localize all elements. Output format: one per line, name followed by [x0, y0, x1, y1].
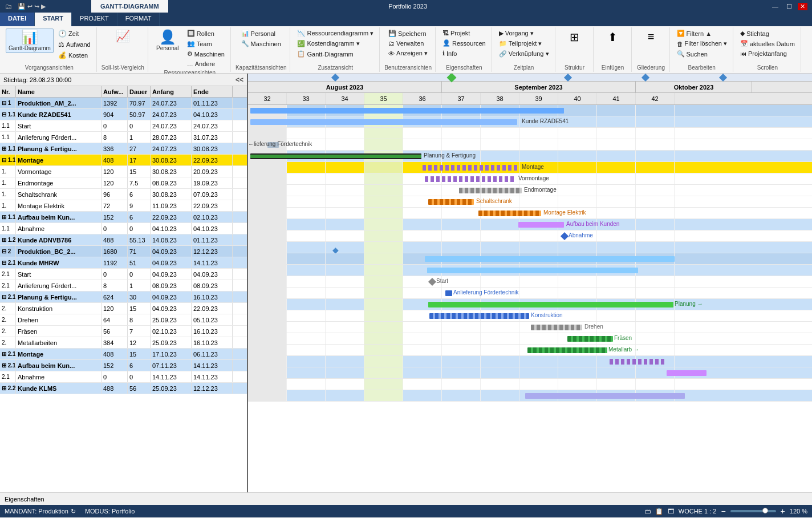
vorgang-btn[interactable]: ▶ Vorgang ▾ — [497, 29, 551, 38]
cell-nr: 2.1 — [0, 371, 16, 382]
kosten-btn[interactable]: 💰 Kosten — [56, 50, 93, 60]
tab-start[interactable]: START — [35, 13, 72, 26]
cell-name: Fräsen — [16, 326, 102, 337]
nav-prev[interactable]: << — [236, 76, 243, 84]
andere-icon: … — [187, 60, 193, 67]
cell-anfang: 04.09.23 — [151, 303, 192, 314]
kostendiagramm-btn[interactable]: 💹 Kostendiagramm ▾ — [295, 39, 376, 48]
timeline-diamonds — [248, 74, 812, 82]
chart-row-22: Metallarb → — [248, 345, 812, 356]
struktur-btn[interactable]: ⊞ — [560, 29, 590, 46]
cell-name: Aufbau beim Kun... — [16, 212, 102, 222]
label-planung: Planung & Fertigung — [424, 152, 476, 159]
cell-dauer: 8 — [128, 314, 151, 325]
stichtag-btn[interactable]: ◆ Stichtag — [738, 29, 797, 38]
verknuepfung-icon: 🔗 — [499, 50, 507, 58]
kosten-icon: 💰 — [58, 51, 67, 59]
maschinen-btn[interactable]: ⚙ Maschinen — [185, 49, 227, 59]
cell-aufwand: 1192 — [102, 257, 128, 268]
cell-dauer: 15 — [128, 166, 151, 177]
cell-name: Planung & Fertigu... — [16, 143, 102, 154]
cell-dauer: 15 — [128, 349, 151, 359]
group-label-eigenschaften: Eigenschaften — [446, 63, 482, 71]
tab-datei[interactable]: DATEI — [0, 13, 35, 26]
zoom-slider[interactable] — [730, 510, 776, 512]
projekt-btn[interactable]: 🏗 Projekt — [440, 29, 488, 38]
chart-row-21: Fräsen — [248, 333, 812, 345]
gantt-zusatz-btn[interactable]: 📋 Gantt-Diagramm — [295, 49, 376, 59]
einfuegen-btn[interactable]: ⬆ — [598, 29, 628, 46]
chart-header: August 2023 September 2023 Oktober 2023 … — [248, 82, 812, 105]
quick-access[interactable]: 💾 ↩ ↪ ▶ — [18, 3, 46, 10]
chart-row-8: Endmontage — [248, 185, 812, 196]
diamond-4 — [642, 74, 649, 82]
cell-ende: 16.10.23 — [192, 292, 233, 302]
mandant-label: MANDANT: Produktion ↻ — [5, 508, 76, 515]
zeit-icon: 🕐 — [58, 30, 67, 38]
window-controls[interactable]: — ☐ ✕ — [770, 3, 807, 10]
cell-aufwand: 384 — [102, 337, 128, 348]
gantt-diagramm-btn[interactable]: 📊 Gantt-Diagramm — [6, 29, 54, 53]
zoom-minus[interactable]: − — [721, 507, 725, 516]
cell-name: Planung & Fertigu... — [16, 292, 102, 302]
zoom-thumb — [762, 508, 768, 513]
cell-dauer: 1 — [128, 132, 151, 143]
filter-btns: 🔽 Filtern ▲ 🗑 Filter löschen ▾ 🔍 Suchen — [675, 29, 729, 59]
table-row: 2. Fräsen 56 7 02.10.23 16.10.23 — [0, 326, 247, 337]
group-zeitplan: ▶ Vorgang ▾ 📁 Teilprojekt ▾ 🔗 Verknüpfun… — [493, 27, 555, 72]
team-btn[interactable]: 👥 Team — [185, 39, 227, 48]
cell-anfang: 11.09.23 — [151, 200, 192, 211]
projektanfang-btn[interactable]: ⏮ Projektanfang — [738, 49, 797, 58]
group-label-scrollen: Scrollen — [757, 63, 778, 71]
verknuepfung-btn[interactable]: 🔗 Verknüpfung ▾ — [497, 49, 551, 59]
cell-dauer: 6 — [128, 189, 151, 200]
week-36: 36 — [403, 93, 442, 104]
anzeigen-btn[interactable]: 👁 Anzeigen ▾ — [386, 48, 430, 58]
chart-row-10: Montage Elektrik — [248, 208, 812, 219]
rollen-btn[interactable]: 🔲 Rollen — [185, 29, 227, 38]
cell-anfang: 17.10.23 — [151, 349, 192, 359]
andere-btn[interactable]: … Andere — [185, 59, 227, 68]
maximize-btn[interactable]: ☐ — [784, 3, 794, 10]
save-icon: 💾 — [388, 30, 396, 37]
ressourcen-icon: 👤 — [442, 39, 450, 47]
teilprojekt-btn[interactable]: 📁 Teilprojekt ▾ — [497, 39, 551, 48]
tab-projekt[interactable]: PROJEKT — [72, 13, 117, 26]
ressourcendiagramm-btn[interactable]: 📉 Ressourcendiagramm ▾ — [295, 29, 376, 38]
tab-format[interactable]: FORMAT — [117, 13, 160, 26]
sollist-btn[interactable]: 📈 — [108, 29, 137, 43]
zeit-btn[interactable]: 🕐 Zeit — [56, 29, 93, 39]
zoom-plus[interactable]: + — [781, 507, 785, 516]
filtern-btn[interactable]: 🔽 Filtern ▲ — [675, 29, 729, 38]
suchen-btn[interactable]: 🔍 Suchen — [675, 49, 729, 59]
bar-mhrw — [427, 268, 638, 273]
ressourcen-btn[interactable]: 👤 Ressourcen — [440, 38, 488, 48]
label-anlief: ←lieferung Fördertechnik — [248, 141, 312, 147]
cell-anfang: 30.08.23 — [151, 166, 192, 177]
cell-aufwand: 120 — [102, 177, 128, 188]
month-aug: August 2023 — [248, 82, 442, 92]
personal-btn[interactable]: 👤 Personal — [153, 29, 182, 53]
aufwand-btn[interactable]: ⚖ Aufwand — [56, 39, 93, 50]
table-row: ⊟ 2.1 Planung & Fertigu... 624 30 04.09.… — [0, 292, 247, 303]
diamond-3 — [564, 74, 572, 82]
aktuell-btn[interactable]: 📅 aktuelles Datum — [738, 39, 797, 48]
cell-nr: 1.1 — [0, 120, 16, 131]
cell-anfang: 04.09.23 — [151, 292, 192, 302]
info-btn[interactable]: ℹ Info — [440, 48, 488, 58]
projektanfang-icon: ⏮ — [740, 50, 746, 57]
cell-name: Vormontage — [16, 166, 102, 177]
cell-ende: 12.12.23 — [192, 246, 233, 257]
modus-label: MODUS: Portfolio — [85, 508, 135, 515]
group-label-benutzer: Benutzeransichten — [384, 63, 432, 71]
verwalten-btn[interactable]: 🗂 Verwalten — [386, 39, 430, 48]
minimize-btn[interactable]: — — [770, 3, 781, 10]
close-btn[interactable]: ✕ — [798, 3, 807, 10]
gliederung-btn[interactable]: ≡ — [636, 29, 666, 45]
kap-maschinen-btn[interactable]: 🔧 Maschinen — [239, 39, 283, 48]
speichern-btn[interactable]: 💾 Speichern — [386, 29, 430, 38]
cell-ende: 04.10.23 — [192, 223, 233, 234]
kap-personal-btn[interactable]: 📊 Personal — [239, 29, 283, 38]
refresh-icon[interactable]: ↻ — [71, 508, 76, 515]
filterlöschen-btn[interactable]: 🗑 Filter löschen ▾ — [675, 39, 729, 48]
